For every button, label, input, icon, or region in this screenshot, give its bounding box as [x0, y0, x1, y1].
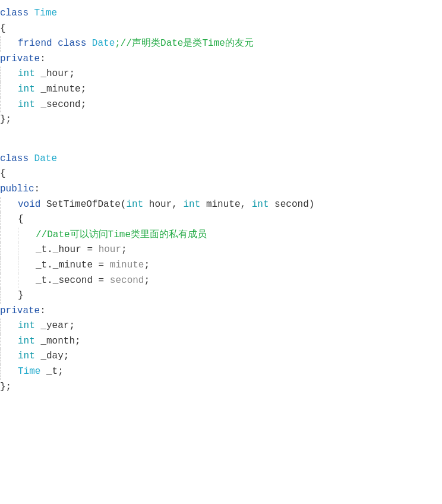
- code-line: int _second;: [0, 97, 442, 113]
- token: ;: [144, 275, 150, 286]
- token: second: [110, 275, 144, 286]
- token: second): [269, 199, 315, 210]
- line-tokens: //Date可以访问Time类里面的私有成员: [36, 228, 207, 243]
- token: hour,: [143, 199, 183, 210]
- token: {: [18, 214, 24, 225]
- code-line: private:: [0, 52, 442, 67]
- token: ;: [121, 244, 127, 255]
- code-line: class Time: [0, 6, 442, 21]
- code-line: int _year;: [0, 319, 442, 334]
- token: _year;: [35, 320, 75, 331]
- token: private: [0, 305, 40, 316]
- line-tokens: Time _t;: [18, 364, 64, 380]
- token: //Date可以访问Time类里面的私有成员: [36, 229, 207, 240]
- token: int: [252, 199, 269, 210]
- token: int: [126, 199, 143, 210]
- token: class: [0, 8, 34, 18]
- token: Date: [92, 38, 115, 49]
- token: Time: [18, 366, 46, 377]
- token: _t._second =: [36, 275, 110, 286]
- token: _minute;: [35, 84, 86, 94]
- token: };: [0, 114, 11, 125]
- line-tokens: {: [0, 166, 6, 182]
- token: {: [0, 23, 6, 34]
- token: {: [0, 168, 6, 179]
- code-line: private:: [0, 304, 442, 319]
- code-line: [0, 140, 442, 152]
- code-line: //Date可以访问Time类里面的私有成员: [0, 228, 442, 243]
- token: _t._hour =: [36, 244, 99, 255]
- token: private: [0, 53, 40, 64]
- token: class: [58, 38, 92, 49]
- token: ;//声明类Date是类Time的友元: [115, 38, 254, 49]
- token: _day;: [35, 351, 70, 361]
- line-tokens: friend class Date;//声明类Date是类Time的友元: [18, 36, 254, 52]
- token: int: [18, 320, 35, 331]
- code-line: _t._minute = minute;: [0, 258, 442, 273]
- code-line: {: [0, 166, 442, 182]
- line-tokens: _t._minute = minute;: [36, 258, 150, 273]
- line-tokens: _t._second = second;: [36, 273, 150, 289]
- line-tokens: {: [18, 212, 24, 228]
- token: int: [18, 84, 35, 94]
- line-tokens: int _hour;: [18, 67, 75, 82]
- code-line: void SetTimeOfDate(int hour, int minute,…: [0, 197, 442, 213]
- token: _t._minute =: [36, 260, 110, 270]
- token: minute,: [200, 199, 251, 210]
- line-tokens: {: [0, 21, 6, 37]
- code-line: public:: [0, 182, 442, 197]
- token: _t;: [46, 366, 64, 377]
- line-tokens: int _month;: [18, 334, 81, 349]
- line-tokens: };: [0, 380, 11, 395]
- token: SetTimeOfDate(: [46, 199, 126, 210]
- code-line: [0, 128, 442, 140]
- code-line: class Date: [0, 152, 442, 167]
- line-tokens: _t._hour = hour;: [36, 242, 127, 258]
- line-tokens: class Time: [0, 6, 57, 21]
- code-line: int _minute;: [0, 82, 442, 97]
- token: int: [18, 99, 35, 110]
- code-line: friend class Date;//声明类Date是类Time的友元: [0, 36, 442, 52]
- line-tokens: int _second;: [18, 97, 86, 113]
- token: _hour;: [35, 68, 75, 79]
- token: friend: [18, 38, 58, 49]
- token: int: [18, 351, 35, 361]
- line-tokens: class Date: [0, 152, 57, 167]
- line-tokens: int _minute;: [18, 82, 86, 97]
- line-tokens: };: [0, 112, 11, 128]
- code-line: int _hour;: [0, 67, 442, 82]
- line-tokens: int _year;: [18, 319, 75, 334]
- token: _second;: [35, 99, 86, 110]
- code-line: {: [0, 212, 442, 228]
- code-line: int _month;: [0, 334, 442, 349]
- line-tokens: private:: [0, 304, 46, 319]
- code-content: class Time{friend class Date;//声明类Date是类…: [0, 6, 442, 395]
- code-line: };: [0, 380, 442, 395]
- token: ;: [144, 260, 150, 270]
- token: Time: [34, 8, 57, 18]
- code-line: }: [0, 288, 442, 304]
- code-line: _t._second = second;: [0, 273, 442, 289]
- code-line: };: [0, 112, 442, 128]
- code-line: {: [0, 21, 442, 37]
- token: :: [34, 184, 40, 194]
- code-line: _t._hour = hour;: [0, 242, 442, 258]
- token: void: [18, 199, 46, 210]
- token: public: [0, 184, 34, 194]
- line-tokens: int _day;: [18, 349, 69, 364]
- token: hour: [99, 244, 121, 255]
- code-line: int _day;: [0, 349, 442, 364]
- token: int: [183, 199, 200, 210]
- code-line: Time _t;: [0, 364, 442, 380]
- line-tokens: void SetTimeOfDate(int hour, int minute,…: [18, 197, 314, 213]
- token: minute: [110, 260, 144, 270]
- token: Date: [34, 153, 57, 164]
- token: };: [0, 382, 11, 392]
- line-tokens: public:: [0, 182, 40, 197]
- token: :: [40, 53, 46, 64]
- token: int: [18, 68, 35, 79]
- token: }: [18, 290, 24, 301]
- token: :: [40, 305, 46, 316]
- token: int: [18, 336, 35, 346]
- line-tokens: private:: [0, 52, 46, 67]
